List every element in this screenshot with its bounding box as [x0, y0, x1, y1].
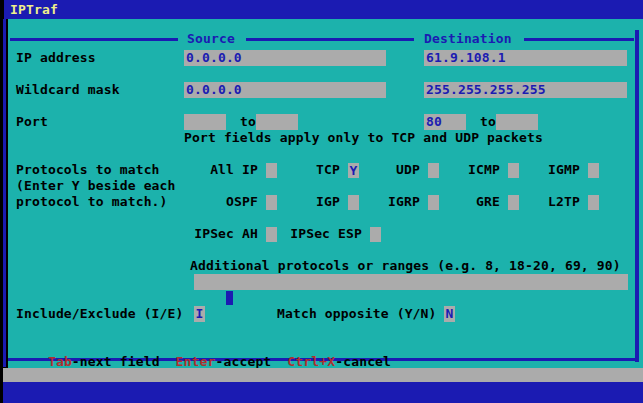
help-ctrlx-desc: -cancel: [335, 354, 391, 369]
iptraf-screen: IPTraf Source Destination IP address 0.0…: [0, 0, 643, 403]
window-title: IPTraf: [10, 2, 58, 17]
ip-address-label: IP address: [16, 50, 96, 66]
help-tab: Tab-next field: [48, 354, 160, 369]
help-ctrlx: Ctrl+X-cancel: [287, 354, 391, 369]
help-enter: Enter-accept: [176, 354, 272, 369]
destination-port-to-label: to: [480, 114, 496, 130]
protocol-label-ipsec-esp: IPSec ESP: [254, 226, 362, 242]
source-header: Source: [187, 31, 235, 47]
dialog-help-line: Tab-next fieldEnter-acceptCtrl+X-cancel: [16, 338, 407, 354]
header-rule-right: [524, 38, 634, 41]
protocol-label-igmp: IGMP: [472, 162, 580, 178]
help-enter-key: Enter: [176, 354, 216, 369]
include-exclude-label: Include/Exclude (I/E): [16, 306, 184, 322]
protocol-checkbox-ipsec-esp[interactable]: [370, 227, 381, 242]
protocols-hint-line1: Protocols to match: [16, 162, 160, 178]
dialog-left-border-shadow: [6, 19, 8, 367]
header-rule-left: [10, 38, 178, 41]
source-port-to-label: to: [240, 114, 256, 130]
help-tab-key: Tab: [48, 354, 72, 369]
protocol-checkbox-igmp[interactable]: [588, 163, 599, 178]
help-ctrlx-key: Ctrl+X: [287, 354, 335, 369]
help-tab-desc: -next field: [72, 354, 160, 369]
title-bar: IPTraf: [4, 0, 643, 19]
background-strip: [3, 368, 643, 382]
protocols-hint-line2: (Enter Y beside each: [16, 178, 176, 194]
additional-protocols-field[interactable]: [194, 274, 628, 290]
match-opposite-field[interactable]: N: [444, 306, 455, 322]
port-note: Port fields apply only to TCP and UDP pa…: [184, 130, 543, 146]
status-bar: Up/Down-move ptrI-insertA-add to listD-d…: [3, 382, 643, 403]
source-mask-field[interactable]: 0.0.0.0: [184, 82, 386, 98]
protocols-hint-line3: protocol to match.): [16, 194, 168, 210]
destination-header: Destination: [424, 31, 512, 47]
protocol-label-ipsec-ah: IPSec AH: [150, 226, 258, 242]
destination-mask-field[interactable]: 255.255.255.255: [424, 82, 627, 98]
match-opposite-label: Match opposite (Y/N): [277, 306, 437, 322]
destination-ip-field[interactable]: 61.9.108.1: [424, 50, 627, 66]
destination-port-from-field[interactable]: 80: [424, 114, 466, 130]
help-enter-desc: -accept: [216, 354, 272, 369]
source-port-from-field[interactable]: [184, 114, 226, 130]
header-rule-middle: [246, 38, 414, 41]
protocol-label-l2tp: L2TP: [472, 194, 580, 210]
text-cursor: [226, 291, 233, 305]
destination-port-to-field[interactable]: [496, 114, 538, 130]
include-exclude-field[interactable]: I: [194, 306, 205, 322]
protocol-checkbox-l2tp[interactable]: [588, 195, 599, 210]
wildcard-mask-label: Wildcard mask: [16, 82, 120, 98]
additional-protocols-label: Additional protocols or ranges (e.g. 8, …: [190, 258, 621, 274]
port-label: Port: [16, 114, 48, 130]
dialog-right-border: [635, 30, 639, 362]
source-ip-field[interactable]: 0.0.0.0: [184, 50, 386, 66]
source-port-to-field[interactable]: [256, 114, 298, 130]
